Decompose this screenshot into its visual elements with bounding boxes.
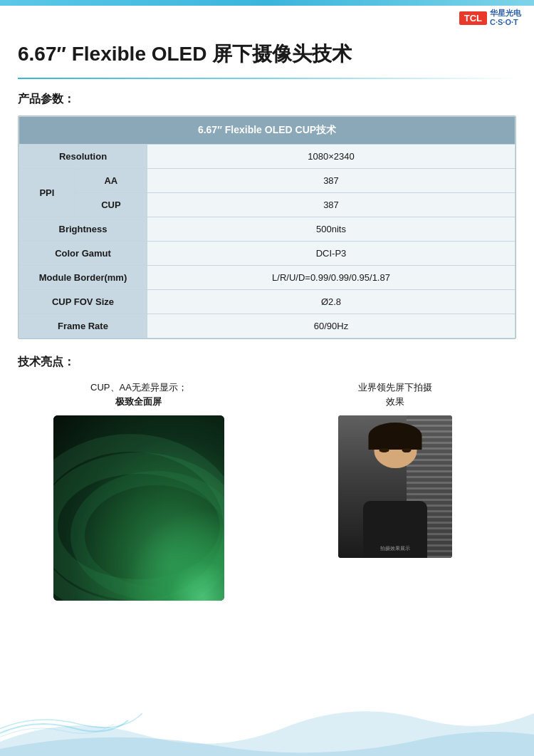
bottom-decoration — [0, 699, 534, 756]
spec-table: 6.67″ Flexible OLED CUP技术 Resolution 108… — [19, 116, 515, 338]
top-gradient-strip — [0, 0, 534, 6]
table-row: Resolution 1080×2340 — [19, 145, 515, 169]
tcl-badge: TCL — [459, 11, 487, 25]
row-label-cup-fov: CUP FOV Size — [19, 290, 147, 314]
logo-area: TCL 华星光电 C·S·O·T — [459, 9, 521, 27]
row-value-brightness: 500nits — [147, 217, 515, 242]
row-label-resolution: Resolution — [19, 145, 147, 169]
table-row: Frame Rate 60/90Hz — [19, 314, 515, 338]
portrait-head — [369, 423, 422, 476]
table-header: 6.67″ Flexible OLED CUP技术 — [19, 117, 515, 145]
portrait-eye-right — [402, 448, 412, 452]
table-row: PPI AA 387 — [19, 169, 515, 193]
portrait-eye-left — [379, 448, 389, 452]
csot-cn-text: 华星光电 — [490, 9, 521, 18]
table-row: Module Border(mm) L/R/U/D=0.99/0.99/0.95… — [19, 266, 515, 290]
row-value-frame-rate: 60/90Hz — [147, 314, 515, 338]
tech-caption-phone-line2: 极致全面屏 — [115, 396, 162, 407]
specs-section-label: 产品参数： — [0, 79, 534, 115]
table-row: Brightness 500nits — [19, 217, 515, 242]
tech-item-phone: CUP、AA无差异显示； 极致全面屏 — [18, 380, 260, 601]
row-value-color-gamut: DCI-P3 — [147, 242, 515, 266]
page-title: 6.67″ Flexible OLED 屏下摄像头技术 — [0, 6, 534, 78]
portrait-text-overlay: 拍摄效果展示 — [338, 545, 452, 552]
ppi-cup-value: 387 — [147, 193, 515, 217]
page-container: TCL 华星光电 C·S·O·T 6.67″ Flexible OLED 屏下摄… — [0, 0, 534, 756]
tech-caption-phone: CUP、AA无差异显示； 极致全面屏 — [90, 380, 187, 408]
row-value-resolution: 1080×2340 — [147, 145, 515, 169]
table-row: CUP 387 — [19, 193, 515, 217]
tech-caption-portrait-line2: 效果 — [386, 396, 404, 407]
tech-caption-portrait-line1: 业界领先屏下拍摄 — [358, 382, 432, 393]
csot-en-text: C·S·O·T — [490, 18, 521, 27]
tech-caption-portrait: 业界领先屏下拍摄 效果 — [358, 380, 432, 408]
tech-caption-phone-line1: CUP、AA无差异显示； — [90, 382, 187, 393]
table-row: CUP FOV Size Ø2.8 — [19, 290, 515, 314]
row-value-module-border: L/R/U/D=0.99/0.99/0.95/1.87 — [147, 266, 515, 290]
ppi-aa-label: AA — [75, 169, 147, 193]
phone-image — [53, 415, 224, 601]
screen-light-blob — [122, 508, 224, 601]
ppi-group-label: PPI — [19, 169, 75, 217]
row-label-brightness: Brightness — [19, 217, 147, 242]
portrait-image: 拍摄效果展示 — [338, 415, 452, 558]
ppi-aa-value: 387 — [147, 169, 515, 193]
tech-highlights: CUP、AA无差异显示； 极致全面屏 业界领先屏下拍摄 效果 — [0, 380, 534, 601]
tech-item-portrait: 业界领先屏下拍摄 效果 — [274, 380, 516, 601]
phone-screen — [53, 415, 224, 601]
portrait-hair — [369, 423, 422, 450]
tech-section-label: 技术亮点： — [0, 339, 534, 380]
table-row: Color Gamut DCI-P3 — [19, 242, 515, 266]
row-label-color-gamut: Color Gamut — [19, 242, 147, 266]
row-label-module-border: Module Border(mm) — [19, 266, 147, 290]
portrait-background: 拍摄效果展示 — [338, 415, 452, 558]
spec-table-wrapper: 6.67″ Flexible OLED CUP技术 Resolution 108… — [18, 115, 516, 339]
bottom-arcs-svg — [0, 699, 142, 756]
bottom-wave-svg — [0, 699, 534, 756]
row-label-frame-rate: Frame Rate — [19, 314, 147, 338]
row-value-cup-fov: Ø2.8 — [147, 290, 515, 314]
ppi-cup-label: CUP — [75, 193, 147, 217]
csot-logo: 华星光电 C·S·O·T — [490, 9, 521, 27]
